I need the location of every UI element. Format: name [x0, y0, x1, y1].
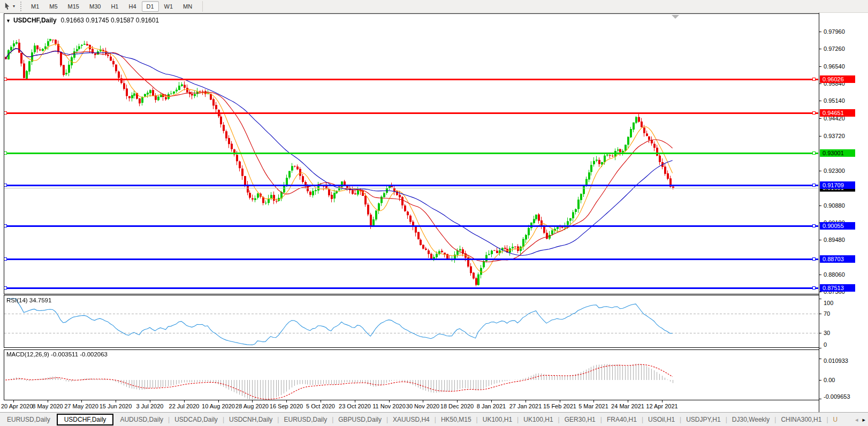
- chart-area: ▼USDCHF,Daily0.91663 0.91745 0.91587 0.9…: [0, 13, 868, 412]
- date-tickmark: [491, 400, 492, 402]
- price-tick-tickmark: [819, 32, 821, 32]
- price-chart-canvas[interactable]: [0, 13, 868, 400]
- timeframe-button-m30[interactable]: M30: [85, 1, 105, 12]
- timeframe-button-w1[interactable]: W1: [159, 1, 178, 12]
- collapse-triangle-icon[interactable]: ▼: [6, 18, 11, 24]
- date-tickmark: [321, 400, 321, 402]
- chart-tab[interactable]: DJ30,Weekly: [727, 414, 774, 425]
- date-tickmark: [389, 400, 390, 402]
- date-tickmark: [423, 400, 423, 402]
- chart-tab[interactable]: GER30,H1: [560, 414, 600, 425]
- chart-tab[interactable]: FRA40,H1: [602, 414, 642, 425]
- rsi-scale-label: 100: [824, 300, 833, 306]
- chart-tab[interactable]: EURUSD,Daily: [279, 414, 332, 425]
- cursor-icon: [4, 2, 12, 10]
- time-axis[interactable]: 20 Apr 20208 May 202027 May 202015 Jun 2…: [0, 400, 819, 412]
- price-tick-label: 0.95140: [824, 97, 845, 104]
- date-tickmark: [662, 400, 663, 402]
- date-label: 3 Jul 2020: [136, 403, 164, 409]
- date-label: 24 Mar 2021: [611, 403, 644, 409]
- chart-tab[interactable]: UK100,H1: [519, 414, 558, 425]
- date-label: 11 Nov 2020: [372, 403, 406, 409]
- macd-scale-label: -0.009653: [824, 393, 850, 400]
- date-tickmark: [457, 400, 458, 402]
- chart-tab[interactable]: XAUUSD,H4: [388, 414, 435, 425]
- toolbar: ▾ M1M5M15M30H1H4D1W1MN: [0, 0, 868, 13]
- tab-scroll-arrows: ◂ ▸: [855, 413, 865, 426]
- date-label: 10 Aug 2020: [202, 403, 235, 409]
- timeframe-button-d1[interactable]: D1: [142, 1, 159, 12]
- date-tickmark: [560, 400, 560, 402]
- date-label: 23 Oct 2020: [339, 403, 371, 409]
- timeframe-button-m15[interactable]: M15: [63, 1, 84, 12]
- date-tickmark: [526, 400, 526, 402]
- date-tickmark: [628, 400, 628, 402]
- macd-scale-tickmark: [819, 359, 821, 359]
- date-tickmark: [13, 400, 14, 402]
- macd-indicator-label: MACD(12,26,9) -0.003511 -0.002063: [6, 351, 108, 357]
- date-tickmark: [81, 400, 82, 402]
- chart-tabbar: EURUSD,DailyUSDCHF,DailyAUDUSD,Daily|USD…: [0, 412, 868, 426]
- rsi-indicator-label: RSI(14) 34.7591: [6, 297, 51, 303]
- price-tick-tickmark: [819, 171, 821, 171]
- crosshair-tool-button[interactable]: ▾: [2, 2, 17, 11]
- date-label: 30 Nov 2020: [406, 403, 439, 409]
- date-label: 18 Dec 2020: [440, 403, 474, 409]
- scroll-right-arrow-icon[interactable]: ▸: [862, 413, 865, 426]
- macd-scale-label: 0.00: [824, 377, 835, 383]
- chart-tab[interactable]: HK50,M15: [436, 414, 476, 425]
- date-label: 12 Apr 2021: [646, 403, 677, 409]
- date-label: 5 Oct 2020: [306, 403, 335, 409]
- price-tick-label: 0.90880: [824, 202, 845, 209]
- price-tick-label: 0.97260: [824, 45, 845, 52]
- price-tick-label: 0.89480: [824, 237, 845, 243]
- date-tickmark: [184, 400, 185, 402]
- timeframe-button-mn[interactable]: MN: [178, 1, 197, 12]
- chart-tab[interactable]: AUDUSD,Daily: [115, 414, 168, 425]
- timeframe-button-m5[interactable]: M5: [44, 1, 62, 12]
- ohlc-values: 0.91663 0.91745 0.91587 0.91601: [61, 17, 159, 24]
- rsi-scale-tickmark: [819, 348, 821, 348]
- date-tickmark: [150, 400, 150, 402]
- rsi-scale-tickmark: [819, 314, 821, 314]
- rsi-scale-tickmark: [819, 299, 821, 299]
- chart-tab[interactable]: USOil,H1: [643, 414, 680, 425]
- macd-scale-label: 0.010933: [824, 357, 848, 364]
- date-label: 15 Jun 2020: [100, 403, 132, 409]
- price-tick-tickmark: [819, 292, 821, 292]
- date-label: 8 Jan 2021: [477, 403, 506, 409]
- chart-tab[interactable]: U: [828, 414, 839, 425]
- timeframe-button-h1[interactable]: H1: [106, 1, 123, 12]
- date-tickmark: [218, 400, 219, 402]
- price-tick-tickmark: [819, 275, 821, 275]
- chevron-down-icon[interactable]: ▾: [13, 4, 15, 9]
- date-label: 20 Apr 2020: [1, 403, 33, 409]
- date-label: 27 Jan 2021: [509, 403, 542, 409]
- chart-tab[interactable]: CHINA300,H1: [776, 414, 826, 425]
- price-level-badge: 0.94651: [820, 109, 855, 117]
- chart-tab[interactable]: USDJPY,H1: [681, 414, 725, 425]
- chart-tab[interactable]: UK100,H1: [478, 414, 517, 425]
- chart-tab[interactable]: GBPUSD,Daily: [333, 414, 386, 425]
- timeframe-button-m1[interactable]: M1: [26, 1, 44, 12]
- price-tick-tickmark: [819, 206, 821, 206]
- date-tickmark: [252, 400, 253, 402]
- chart-tab[interactable]: USDCNH,Daily: [224, 414, 277, 425]
- chart-tab[interactable]: USDCHF,Daily: [57, 414, 114, 425]
- rsi-scale-label: 70: [824, 310, 830, 317]
- chart-title: ▼USDCHF,Daily0.91663 0.91745 0.91587 0.9…: [6, 17, 159, 24]
- price-axis[interactable]: 0.979600.972600.965400.958400.951400.944…: [819, 13, 868, 412]
- chart-tab[interactable]: EURUSD,Daily: [2, 414, 55, 425]
- rsi-scale-label: 0: [824, 341, 827, 348]
- price-level-badge: 0.88703: [820, 255, 855, 263]
- scroll-left-arrow-icon[interactable]: ◂: [855, 413, 858, 426]
- price-tick-tickmark: [819, 118, 821, 119]
- timeframe-button-h4[interactable]: H4: [124, 1, 141, 12]
- chart-tab[interactable]: USDCAD,Daily: [170, 414, 223, 425]
- price-level-badge: 0.87513: [820, 284, 855, 292]
- price-tick-label: 0.96540: [824, 63, 845, 70]
- price-level-badge: 0.96026: [820, 75, 855, 83]
- price-tick-tickmark: [819, 49, 821, 49]
- date-label: 28 Aug 2020: [235, 403, 269, 409]
- date-tickmark: [48, 400, 48, 402]
